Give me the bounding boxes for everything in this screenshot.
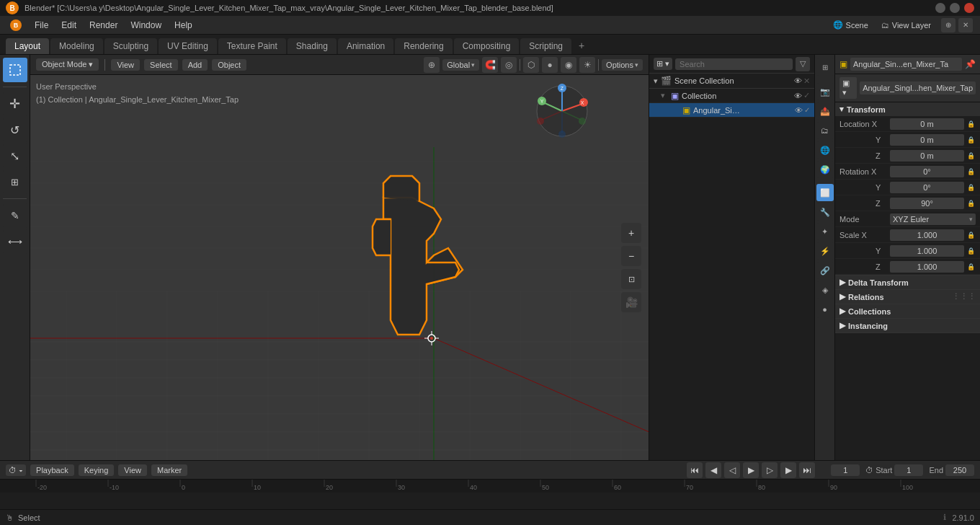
edit-menu[interactable]: Edit: [55, 19, 82, 32]
location-y-lock[interactable]: 🔒: [966, 136, 976, 144]
marker-btn[interactable]: Marker: [151, 464, 187, 476]
play-btn[interactable]: ▶: [743, 462, 759, 478]
rotation-x-field[interactable]: 0°: [890, 166, 964, 177]
transform-dropdown[interactable]: Global▾: [442, 59, 479, 71]
render-properties-btn[interactable]: 📷: [816, 83, 834, 100]
close-btn[interactable]: [964, 3, 974, 13]
outliner-filter-btn[interactable]: ▽: [796, 57, 810, 71]
mesh-type-dropdown[interactable]: ▣ ▾: [839, 77, 857, 99]
view-btn[interactable]: View: [118, 464, 147, 476]
object-name-field[interactable]: Angular_Sin...en_Mixer_Ta: [850, 58, 962, 71]
blender-menu[interactable]: B: [4, 18, 27, 32]
zoom-in-btn[interactable]: +: [621, 223, 641, 243]
prev-keyframe-btn[interactable]: ◁: [724, 462, 740, 478]
add-workspace-btn[interactable]: +: [573, 37, 590, 54]
rotation-y-field[interactable]: 0°: [890, 182, 964, 193]
options-btn[interactable]: Options▾: [602, 59, 643, 71]
location-z-lock[interactable]: 🔒: [966, 152, 976, 159]
end-frame-field[interactable]: 250: [945, 464, 974, 476]
jump-end-btn[interactable]: ⏭: [799, 462, 815, 478]
tab-scripting[interactable]: Scripting: [520, 38, 571, 54]
tab-rendering[interactable]: Rendering: [395, 38, 452, 54]
next-frame-btn[interactable]: ▶: [780, 462, 796, 478]
tab-layout[interactable]: Layout: [6, 38, 49, 54]
modifier-properties-btn[interactable]: 🔧: [816, 203, 834, 221]
props-expand-btn[interactable]: ⊞: [816, 58, 834, 76]
start-frame-field[interactable]: 1: [894, 464, 923, 476]
timeline-bar[interactable]: -20 -10 0 10 20 30 40 50 60 70: [0, 480, 980, 493]
material-properties-btn[interactable]: ●: [816, 301, 834, 318]
physics-properties-btn[interactable]: ⚡: [816, 242, 834, 260]
tab-modeling[interactable]: Modeling: [50, 38, 103, 54]
collections-header[interactable]: ▶ Collections: [835, 304, 980, 318]
scale-x-field[interactable]: 1.000: [890, 229, 964, 241]
tab-texture-paint[interactable]: Texture Paint: [218, 38, 286, 54]
collection-visible[interactable]: 👁: [794, 92, 802, 100]
tab-compositing[interactable]: Compositing: [454, 38, 520, 54]
rotation-y-lock[interactable]: 🔒: [966, 184, 976, 191]
output-properties-btn[interactable]: 📤: [816, 102, 834, 120]
transform-tool[interactable]: ⊞: [3, 169, 27, 194]
annotate-tool[interactable]: ✎: [3, 203, 27, 228]
rotate-tool[interactable]: ↺: [3, 118, 27, 142]
view-menu-btn[interactable]: View: [111, 59, 140, 71]
window-menu[interactable]: Window: [125, 19, 167, 32]
mesh-type-btn[interactable]: ▣ ▾: [839, 77, 857, 99]
close-editor-btn[interactable]: ✕: [958, 18, 973, 32]
prev-frame-btn[interactable]: ◀: [705, 462, 721, 478]
zoom-out-btn[interactable]: −: [621, 246, 641, 266]
tab-sculpting[interactable]: Sculpting: [104, 38, 157, 54]
minimize-btn[interactable]: [935, 3, 945, 13]
outliner-search[interactable]: [675, 58, 793, 70]
snap-toggle[interactable]: 🧲: [482, 57, 498, 73]
relations-header[interactable]: ▶ Relations ⋮⋮⋮: [835, 290, 980, 304]
location-z-field[interactable]: 0 m: [890, 150, 964, 162]
keying-btn[interactable]: Keying: [79, 464, 115, 476]
collection-row[interactable]: ▾ ▣ Collection 👁 ✓: [649, 89, 814, 103]
tab-uv-editing[interactable]: UV Editing: [159, 38, 217, 54]
view-layer-btn[interactable]: 🗂: [816, 122, 834, 139]
scale-y-lock[interactable]: 🔒: [966, 247, 976, 255]
viewport-gizmo-toggle[interactable]: ⊕: [424, 57, 440, 73]
object-row[interactable]: ▣ Angular_Single_Leve 👁 ✓: [649, 103, 814, 118]
camera-view-btn[interactable]: 🎥: [621, 292, 641, 312]
measure-tool[interactable]: ⟷: [3, 229, 27, 254]
pin-icon[interactable]: 📌: [965, 59, 976, 69]
viewport-shading-render[interactable]: ☀: [579, 57, 595, 73]
render-menu[interactable]: Render: [84, 19, 123, 32]
object-mode-dropdown[interactable]: Object Mode ▾: [36, 58, 99, 71]
scale-z-lock[interactable]: 🔒: [966, 263, 976, 270]
help-menu[interactable]: Help: [169, 19, 198, 32]
viewport[interactable]: User Perspective (1) Collection | Angula…: [30, 75, 649, 460]
transform-section-header[interactable]: ▾ Transform: [835, 102, 980, 116]
object-properties-btn[interactable]: ⬜: [816, 184, 834, 201]
object-menu-btn[interactable]: Object: [212, 59, 246, 71]
tab-shading[interactable]: Shading: [288, 38, 337, 54]
collection-exclude[interactable]: ✓: [803, 91, 810, 100]
jump-start-btn[interactable]: ⏮: [687, 462, 703, 478]
world-properties-btn[interactable]: 🌍: [816, 161, 834, 178]
tab-animation[interactable]: Animation: [338, 38, 393, 54]
select-box-tool[interactable]: [3, 58, 27, 82]
current-frame-field[interactable]: 1: [831, 464, 860, 476]
object-visible[interactable]: 👁: [795, 106, 803, 115]
viewport-shading-material[interactable]: ◉: [561, 57, 576, 73]
next-keyframe-btn[interactable]: ▷: [762, 462, 778, 478]
scene-collection-visible[interactable]: 👁: [794, 76, 802, 85]
object-select-visible[interactable]: ✓: [804, 106, 810, 114]
constraints-properties-btn[interactable]: 🔗: [816, 262, 834, 279]
rotation-mode-dropdown[interactable]: XYZ Euler ▾: [890, 213, 976, 225]
expand-icon[interactable]: ⊕: [941, 18, 956, 32]
delta-transform-header[interactable]: ▶ Delta Transform: [835, 275, 980, 289]
outliner-type-btn[interactable]: ⊞ ▾: [654, 58, 672, 70]
zoom-fit-btn[interactable]: ⊡: [621, 269, 641, 289]
scene-name[interactable]: Scene: [846, 21, 868, 30]
file-menu[interactable]: File: [29, 19, 54, 32]
playback-btn[interactable]: Playback: [30, 464, 74, 476]
particles-properties-btn[interactable]: ✦: [816, 223, 834, 240]
viewport-shading-wireframe[interactable]: ⬡: [523, 57, 539, 73]
viewport-shading-solid[interactable]: ●: [542, 57, 558, 73]
location-x-field[interactable]: 0 m: [890, 118, 964, 130]
location-y-field[interactable]: 0 m: [890, 134, 964, 146]
viewport-gizmo[interactable]: X Y Z: [533, 82, 591, 140]
